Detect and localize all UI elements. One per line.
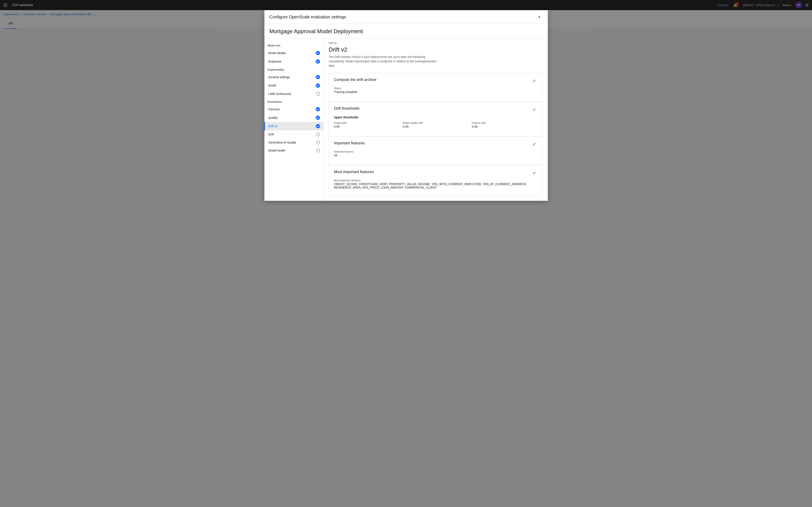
modal-dialog: Configure OpenScale evaluation settings …: [264, 10, 548, 29]
modal-deployment-title: Mortgage Approval Model Deployment: [264, 24, 548, 29]
modal-header: Configure OpenScale evaluation settings …: [264, 10, 548, 24]
modal-title: Configure OpenScale evaluation settings: [269, 14, 346, 19]
modal-overlay: Configure OpenScale evaluation settings …: [0, 0, 812, 29]
modal-close-button[interactable]: ×: [536, 13, 543, 20]
